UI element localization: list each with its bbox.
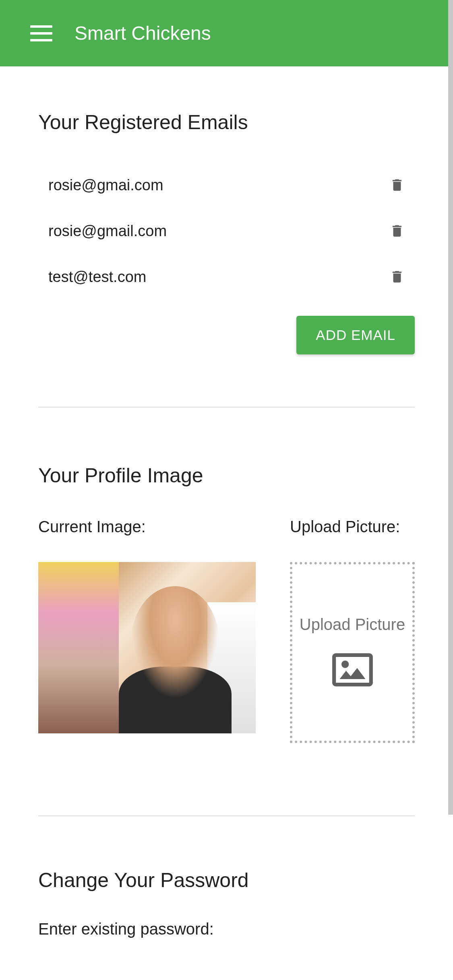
email-item: rosie@gmai.com [38,162,415,208]
password-section: Change Your Password Enter existing pass… [38,869,415,938]
upload-label: Upload Picture: [290,515,415,538]
email-address: test@test.com [48,268,146,286]
email-address: rosie@gmail.com [48,222,167,240]
email-list: rosie@gmai.com rosie@gmail.com test@test… [38,162,415,300]
scrollbar[interactable] [448,0,453,815]
menu-icon[interactable] [30,25,52,41]
profile-heading: Your Profile Image [38,464,415,487]
trash-icon[interactable] [389,222,405,240]
email-item: rosie@gmail.com [38,208,415,254]
current-image-label: Current Image: [38,515,256,538]
upload-box-text: Upload Picture [300,613,405,636]
app-header: Smart Chickens [0,0,453,66]
trash-icon[interactable] [389,176,405,194]
profile-row: Current Image: Upload Picture: Upload Pi… [38,515,415,743]
current-image-column: Current Image: [38,515,256,743]
email-address: rosie@gmai.com [48,177,163,194]
add-email-button[interactable]: ADD EMAIL [296,316,415,354]
main-content: Your Registered Emails rosie@gmai.com ro… [0,66,453,938]
upload-picture-dropzone[interactable]: Upload Picture [290,562,415,743]
section-divider [38,407,415,408]
emails-heading: Your Registered Emails [38,111,415,134]
upload-column: Upload Picture: Upload Picture [290,515,415,743]
trash-icon[interactable] [389,268,405,286]
email-item: test@test.com [38,254,415,300]
picture-icon [323,648,382,692]
add-email-row: ADD EMAIL [38,316,415,354]
password-heading: Change Your Password [38,869,415,892]
profile-image [38,562,256,733]
app-title: Smart Chickens [74,22,211,44]
section-divider [38,815,415,816]
existing-password-label: Enter existing password: [38,920,415,938]
